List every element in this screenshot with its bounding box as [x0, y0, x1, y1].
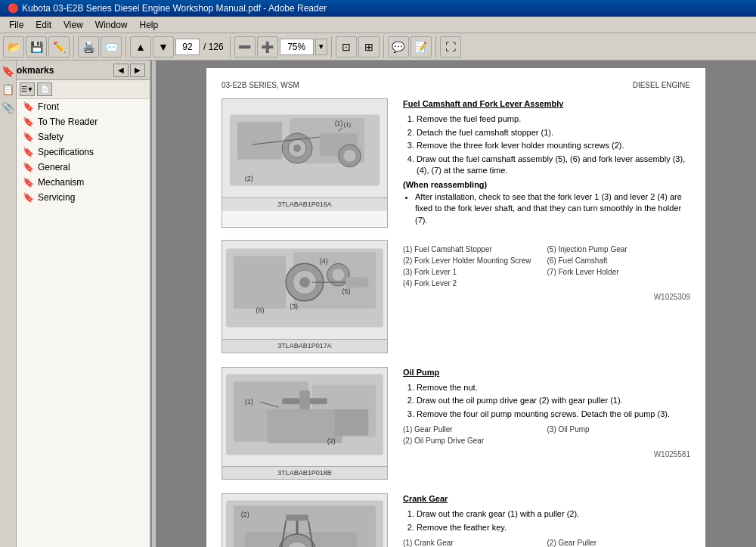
- menu-edit[interactable]: Edit: [29, 18, 57, 32]
- bookmarks-list-panel: ☰▼ 📄 🔖 Front 🔖 To The Reader 🔖 Safety 🔖 …: [17, 80, 150, 547]
- step-2: Detach the fuel camshaft stopper (1).: [417, 127, 690, 138]
- crank-gear-parts: (1) Crank Gear (2) Gear Puller: [403, 538, 690, 547]
- crank-part-1: (1) Crank Gear: [403, 538, 547, 547]
- diagram-label-1: 3TLABAB1P016A: [222, 197, 387, 211]
- email-button[interactable]: ✉️: [101, 36, 122, 57]
- svg-rect-27: [346, 277, 369, 287]
- side-panel-icons: 🔖 📋 📎: [0, 61, 17, 547]
- fuel-camshaft-row-1: (2) (1) (1): [222, 98, 690, 228]
- crank-gear-title: Crank Gear: [403, 493, 690, 505]
- svg-text:(4): (4): [320, 257, 328, 265]
- bookmarks-menu-button[interactable]: ☰▼: [20, 82, 35, 96]
- next-page-button[interactable]: ▼: [153, 36, 174, 57]
- menu-window[interactable]: Window: [89, 18, 134, 32]
- title-bar: 🔴 Kubota 03-E2B Series Diesel Engine Wor…: [0, 0, 756, 17]
- oil-step-2: Draw out the oil pump drive gear (2) wit…: [417, 395, 690, 406]
- bookmark-mechanism[interactable]: 🔖 Mechanism: [17, 175, 150, 190]
- diagram-fuel-camshaft-2: (3) (4) (5) (6) 3TLABAB1P017A: [222, 240, 388, 353]
- comment-button[interactable]: 💬: [388, 36, 409, 57]
- svg-point-5: [293, 145, 301, 152]
- svg-point-19: [299, 277, 310, 287]
- print-button[interactable]: 🖨️: [78, 36, 99, 57]
- step-4: Draw out the fuel camshaft assembly (5),…: [417, 154, 690, 177]
- fit-page-button[interactable]: ⊡: [336, 36, 357, 57]
- part-4: (4) Fork Lever 2: [403, 278, 547, 289]
- menu-file[interactable]: File: [3, 18, 29, 32]
- bookmark-icon-spec: 🔖: [23, 147, 34, 157]
- bookmark-icon-mechanism: 🔖: [23, 177, 34, 188]
- diagram-image-3: (1) (2) (3): [222, 368, 387, 466]
- prev-page-button[interactable]: ▲: [130, 36, 151, 57]
- parts-list-fuel-camshaft: (1) Fuel Camshaft Stopper (5) Injection …: [403, 240, 690, 353]
- fuel-camshaft-title: Fuel Camshaft and Fork Lever Assembly: [403, 98, 690, 110]
- oil-part-1: (1) Gear Puller: [403, 424, 547, 435]
- bookmark-safety[interactable]: 🔖 Safety: [17, 129, 150, 145]
- bookmark-specifications[interactable]: 🔖 Specifications: [17, 145, 150, 160]
- bookmark-front[interactable]: 🔖 Front: [17, 99, 150, 114]
- oil-pump-title: Oil Pump: [403, 367, 690, 378]
- attachments-panel-icon[interactable]: 📎: [1, 100, 16, 115]
- oil-pump-steps: Remove the nut. Draw out the oil pump dr…: [403, 382, 690, 420]
- header-left: 03-E2B SERIES, WSM: [222, 80, 299, 91]
- bookmark-to-the-reader[interactable]: 🔖 To The Reader: [17, 114, 150, 129]
- section-fuel-camshaft: (2) (1) (1): [222, 98, 690, 353]
- edit-button[interactable]: ✏️: [48, 36, 70, 57]
- bookmark-servicing[interactable]: 🔖 Servicing: [17, 190, 150, 205]
- diagram-image-1: (2) (1) (1): [222, 99, 387, 197]
- svg-point-21: [333, 269, 345, 281]
- toolbar: 📂 💾 ✏️ 🖨️ ✉️ ▲ ▼ / 126 ➖ ➕ ▼ ⊡ ⊞ 💬 📝 ⛶: [0, 33, 756, 61]
- new-bookmark-button[interactable]: 📄: [37, 82, 52, 96]
- reassembly-notes: After installation, check to see that th…: [403, 191, 690, 226]
- svg-text:(2): (2): [327, 437, 336, 444]
- svg-rect-46: [286, 514, 308, 521]
- work-code-2: W1025581: [403, 449, 690, 460]
- open-button[interactable]: 📂: [3, 36, 24, 57]
- separator-2: [125, 36, 126, 57]
- collapse-panel-button[interactable]: ◀: [113, 64, 129, 77]
- markup-button[interactable]: 📝: [411, 36, 432, 57]
- bookmark-icon-front: 🔖: [23, 101, 34, 112]
- crank-step-2: Remove the feather key.: [417, 522, 690, 533]
- zoom-in-button[interactable]: ➕: [257, 36, 278, 57]
- oil-part-3: (3) Oil Pump: [547, 424, 691, 435]
- diagram-oil-pump: (1) (2) (3) 3TLABAB1P018B: [222, 367, 388, 480]
- reassembly-note-1: After installation, check to see that th…: [415, 191, 690, 226]
- svg-text:(1): (1): [335, 120, 343, 127]
- svg-rect-15: [234, 256, 286, 308]
- zoom-out-button[interactable]: ➖: [234, 36, 256, 57]
- fullscreen-button[interactable]: ⛶: [440, 36, 461, 57]
- layers-panel-icon[interactable]: 📋: [1, 82, 16, 97]
- diagram-label-3: 3TLABAB1P018B: [222, 466, 387, 480]
- document-area[interactable]: 03-E2B SERIES, WSM DIESEL ENGINE: [156, 61, 756, 547]
- section-oil-pump: (1) (2) (3) 3TLABAB1P018B Oil Pump: [222, 367, 690, 480]
- crank-gear-row: (2) (1) 3TLABAB1P019A Crank Gear Draw ou…: [222, 493, 690, 547]
- svg-rect-1: [237, 122, 282, 160]
- zoom-level-input[interactable]: [280, 39, 314, 55]
- save-button[interactable]: 💾: [26, 36, 47, 57]
- crank-gear-steps: Draw out the crank gear (1) with a pulle…: [403, 508, 690, 533]
- bookmarks-controls: ◀ ▶: [113, 64, 145, 77]
- oil-step-3: Remove the four oil pump mounting screws…: [417, 409, 690, 420]
- step-3: Remove the three fork lever holder mount…: [417, 140, 690, 151]
- expand-panel-button[interactable]: ▶: [130, 64, 145, 77]
- bookmark-general[interactable]: 🔖 General: [17, 160, 150, 175]
- title-text: Kubota 03-E2B Series Diesel Engine Works…: [22, 3, 327, 14]
- diagram-image-4: (2) (1): [222, 494, 387, 547]
- part-3: (3) Fork Lever 1: [403, 267, 547, 278]
- bookmarks-header: Bookmarks ◀ ▶: [0, 61, 150, 80]
- menu-help[interactable]: Help: [134, 18, 165, 32]
- header-right: DIESEL ENGINE: [633, 80, 690, 91]
- diagram-fuel-camshaft-1: (2) (1) (1): [222, 98, 388, 228]
- svg-text:(5): (5): [342, 287, 351, 295]
- page-content: 03-E2B SERIES, WSM DIESEL ENGINE: [206, 68, 705, 547]
- zoom-dropdown-button[interactable]: ▼: [315, 39, 327, 55]
- menu-view[interactable]: View: [57, 18, 89, 32]
- fit-width-button[interactable]: ⊞: [358, 36, 380, 57]
- svg-text:(1): (1): [344, 121, 352, 128]
- section-crank-gear: (2) (1) 3TLABAB1P019A Crank Gear Draw ou…: [222, 493, 690, 547]
- part-1: (1) Fuel Camshaft Stopper: [403, 244, 547, 255]
- bookmarks-panel-icon[interactable]: 🔖: [1, 64, 16, 79]
- page-number-input[interactable]: [175, 39, 200, 55]
- svg-text:(3): (3): [290, 303, 298, 310]
- oil-pump-parts: (1) Gear Puller (3) Oil Pump (2) Oil Pum…: [403, 424, 690, 446]
